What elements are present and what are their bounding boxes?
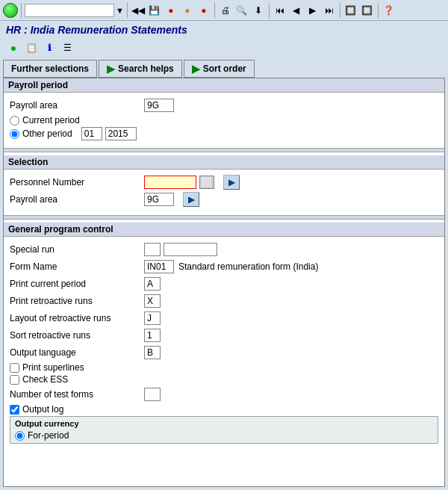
tabs-row: Further selections ▶ Search helps ▶ Sort… <box>0 57 448 78</box>
output-currency-section: Output currency For-period <box>10 416 438 444</box>
personnel-number-select-btn[interactable]: ⬜ <box>199 176 214 189</box>
period-month-input[interactable] <box>81 127 102 140</box>
back-icon[interactable]: ◀◀ <box>131 3 146 18</box>
print-current-period-input[interactable] <box>144 277 161 291</box>
print-retroactive-runs-input[interactable] <box>144 294 161 308</box>
payroll-area-input[interactable] <box>144 99 174 112</box>
tab-search-helps[interactable]: ▶ Search helps <box>99 60 182 78</box>
special-run-input1[interactable] <box>144 243 161 256</box>
print-superlines-checkbox[interactable] <box>10 363 19 373</box>
top-toolbar: ▼ ◀◀ 💾 ● ● ● 🖨 🔍 ⬇ ⏮ ◀ ▶ ⏭ 🔲 🔲 ❓ <box>0 0 448 21</box>
for-period-row: For-period <box>15 430 433 441</box>
find-icon[interactable]: 🔍 <box>234 3 249 18</box>
output-language-row: Output language <box>10 345 438 360</box>
page-title: HR : India Remuneration Statements <box>6 24 442 36</box>
current-period-radio[interactable] <box>10 116 19 125</box>
other-period-row: Other period <box>10 127 438 140</box>
period-year-input[interactable] <box>105 127 137 140</box>
print-superlines-row: Print superlines <box>10 362 438 373</box>
form-name-label: Form Name <box>10 261 144 272</box>
print-icon[interactable]: 🖨 <box>218 3 233 18</box>
find-next-icon[interactable]: ⬇ <box>251 3 266 18</box>
further-selections-label: Further selections <box>11 63 89 74</box>
output-language-label: Output language <box>10 347 144 358</box>
next-icon[interactable]: ▶ <box>305 3 320 18</box>
special-run-row: Special run <box>10 242 438 257</box>
for-period-label: For-period <box>28 430 69 441</box>
check-ess-checkbox[interactable] <box>10 375 19 385</box>
divider-1 <box>4 148 444 152</box>
period-radio-group: Current period Other period <box>10 115 438 140</box>
title-bar: HR : India Remuneration Statements <box>0 21 448 39</box>
selection-payroll-area-row: Payroll area ▶ <box>10 192 438 207</box>
print-superlines-label: Print superlines <box>22 362 84 373</box>
payroll-area-row: Payroll area <box>10 98 438 113</box>
search-helps-label: Search helps <box>118 63 174 74</box>
last-icon[interactable]: ⏭ <box>322 3 337 18</box>
selection-payroll-area-label: Payroll area <box>10 194 144 205</box>
form-name-input[interactable] <box>144 260 174 273</box>
other-period-radio[interactable] <box>10 129 19 139</box>
special-run-label: Special run <box>10 244 144 255</box>
layout-retroactive-runs-input[interactable] <box>144 311 161 325</box>
layout1-icon[interactable]: 🔲 <box>343 3 358 18</box>
output-log-row: Output log <box>10 404 438 415</box>
selection-header: Selection <box>4 155 444 170</box>
sort-retroactive-runs-input[interactable] <box>144 329 161 342</box>
number-test-forms-row: Number of test forms <box>10 387 438 402</box>
special-run-input2[interactable] <box>164 243 217 256</box>
current-period-row: Current period <box>10 115 438 125</box>
prev-icon[interactable]: ◀ <box>289 3 304 18</box>
sort-retroactive-runs-row: Sort retroactive runs <box>10 328 438 343</box>
output-log-label: Output log <box>22 404 63 415</box>
print-current-period-row: Print current period <box>10 276 438 291</box>
output-language-input[interactable] <box>144 346 161 359</box>
dropdown-arrow[interactable]: ▼ <box>116 6 124 15</box>
menu-icon[interactable]: ☰ <box>60 40 75 55</box>
layout2-icon[interactable]: 🔲 <box>360 3 375 18</box>
execute-icon[interactable]: ● <box>6 40 21 55</box>
stop-icon[interactable]: ● <box>180 3 195 18</box>
info-icon[interactable]: ℹ <box>42 40 57 55</box>
tab-sort-order[interactable]: ▶ Sort order <box>184 60 255 78</box>
personnel-number-arrow-btn[interactable]: ▶ <box>223 175 240 190</box>
sap-logo <box>3 3 18 18</box>
current-period-label: Current period <box>22 115 80 125</box>
payroll-period-header: Payroll period <box>4 78 444 93</box>
main-content: Payroll period Payroll area Current peri… <box>3 78 445 487</box>
number-test-forms-label: Number of test forms <box>10 389 144 400</box>
search-helps-arrow: ▶ <box>107 63 115 75</box>
sort-order-arrow: ▶ <box>192 63 200 75</box>
variant-save-icon[interactable]: 📋 <box>24 40 39 55</box>
tab-further-selections[interactable]: Further selections <box>3 60 97 78</box>
help-icon[interactable]: ❓ <box>382 3 396 18</box>
payroll-period-body: Payroll area Current period Other period <box>4 93 444 145</box>
print-current-period-label: Print current period <box>10 279 144 289</box>
command-field[interactable] <box>25 4 114 17</box>
refresh-icon[interactable]: ● <box>164 3 178 18</box>
divider-2 <box>4 215 444 220</box>
output-log-checkbox[interactable] <box>10 405 19 415</box>
layout-retroactive-runs-row: Layout of retroactive runs <box>10 311 438 326</box>
print-retroactive-runs-label: Print retroactive runs <box>10 296 144 306</box>
warn-icon[interactable]: ● <box>196 3 211 18</box>
personnel-number-label: Personnel Number <box>10 177 144 187</box>
selection-payroll-area-input[interactable] <box>144 193 174 206</box>
general-program-control-body: Special run Form Name Standard remunerat… <box>4 237 444 448</box>
check-ess-row: Check ESS <box>10 374 438 385</box>
first-icon[interactable]: ⏮ <box>273 3 287 18</box>
general-program-control-header: General program control <box>4 223 444 237</box>
output-currency-label: Output currency <box>15 419 433 428</box>
number-test-forms-input[interactable] <box>144 388 161 401</box>
small-toolbar: ● 📋 ℹ ☰ <box>0 39 448 57</box>
other-period-label: Other period <box>22 128 72 139</box>
payroll-area-arrow-btn[interactable]: ▶ <box>183 192 199 207</box>
for-period-radio[interactable] <box>15 431 25 441</box>
check-ess-label: Check ESS <box>22 374 68 385</box>
personnel-number-row: Personnel Number ⬜ ▶ <box>10 175 438 190</box>
form-name-desc: Standard remuneration form (India) <box>178 261 318 272</box>
print-retroactive-runs-row: Print retroactive runs <box>10 294 438 308</box>
selection-body: Personnel Number ⬜ ▶ Payroll area ▶ <box>4 170 444 212</box>
personnel-number-input[interactable] <box>144 176 196 189</box>
save-icon[interactable]: 💾 <box>147 3 162 18</box>
